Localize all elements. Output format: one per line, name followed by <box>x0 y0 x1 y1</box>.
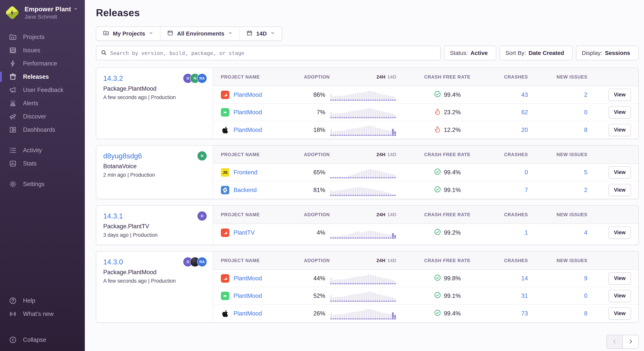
new-issues-link[interactable]: 8 <box>584 127 588 133</box>
environments-filter-dropdown[interactable]: All Environments <box>160 27 239 40</box>
new-issues-link[interactable]: 8 <box>584 310 588 317</box>
release-authors: N <box>198 151 207 161</box>
column-header-crashes: Crashes <box>490 152 528 157</box>
search-input[interactable] <box>110 50 436 56</box>
crashes-link[interactable]: 1 <box>525 229 528 236</box>
actions-cell: View <box>588 106 638 119</box>
project-link[interactable]: PlantMood <box>234 127 262 133</box>
project-link[interactable]: PlantMood <box>234 292 262 299</box>
project-link[interactable]: Frontend <box>234 169 257 176</box>
sidebar-item-discover[interactable]: Discover <box>0 110 85 123</box>
new-issues-cell: 9 <box>528 275 588 282</box>
new-issues-link[interactable]: 2 <box>584 187 588 193</box>
new-issues-link[interactable]: 5 <box>584 169 588 176</box>
release-version-link[interactable]: 14.3.1 <box>103 212 123 220</box>
release-version-link[interactable]: 14.3.2 <box>103 75 123 83</box>
check-circle-icon <box>434 291 441 300</box>
sidebar-item-activity[interactable]: Activity <box>0 144 85 157</box>
sparkline-bar <box>379 277 380 284</box>
new-issues-link[interactable]: 4 <box>584 229 588 236</box>
view-button[interactable]: View <box>608 272 631 284</box>
release-version-link[interactable]: d8yug8sdg6 <box>103 152 142 160</box>
sparkline-bar <box>350 278 352 284</box>
sidebar-item-dashboards[interactable]: Dashboards <box>0 123 85 136</box>
view-button[interactable]: View <box>608 184 631 196</box>
project-link[interactable]: PlantTV <box>234 229 255 236</box>
view-button[interactable]: View <box>608 89 631 101</box>
sidebar-item-settings[interactable]: Settings <box>0 177 85 191</box>
sidebar-item-help[interactable]: Help <box>0 294 85 307</box>
project-link[interactable]: PlantMood <box>234 310 262 317</box>
sparkline-bar <box>364 127 365 136</box>
new-issues-link[interactable]: 2 <box>584 91 588 98</box>
timeframe-14d[interactable]: 14D <box>388 212 396 217</box>
project-link[interactable]: Backend <box>234 187 257 194</box>
timeframe-14d[interactable]: 14D <box>388 74 396 80</box>
sparkline-bars <box>330 227 400 239</box>
crashes-link[interactable]: 14 <box>522 275 528 282</box>
sidebar-item-whats-new[interactable]: What's new <box>0 307 85 320</box>
crashes-link[interactable]: 73 <box>522 310 528 317</box>
view-button[interactable]: View <box>608 290 631 302</box>
crashes-link[interactable]: 31 <box>522 292 528 299</box>
crashes-cell: 31 <box>490 292 528 299</box>
view-button[interactable]: View <box>608 307 631 320</box>
timeframe-24h[interactable]: 24H <box>376 74 386 80</box>
new-issues-link[interactable]: 9 <box>584 275 588 282</box>
sidebar-item-projects[interactable]: Projects <box>0 30 85 44</box>
sparkline-bar <box>394 175 396 178</box>
crashes-link[interactable]: 62 <box>522 109 528 116</box>
new-issues-link[interactable]: 0 <box>584 292 588 299</box>
sidebar-item-releases[interactable]: Releases <box>0 70 85 83</box>
sidebar-item-performance[interactable]: Performance <box>0 57 85 70</box>
view-button[interactable]: View <box>608 106 631 119</box>
view-button[interactable]: View <box>608 227 631 239</box>
release-version-link[interactable]: 14.3.0 <box>103 258 123 266</box>
help-icon <box>9 297 17 305</box>
timeframe-14d[interactable]: 14D <box>388 152 396 157</box>
project-cell: PlantMood <box>213 108 304 117</box>
pagination-next-button[interactable] <box>622 335 639 349</box>
view-button[interactable]: View <box>608 124 631 136</box>
crashes-link[interactable]: 43 <box>522 91 528 98</box>
sparkline-bar <box>337 191 339 196</box>
sparkline-bar <box>354 93 356 101</box>
new-issues-link[interactable]: 0 <box>584 109 588 116</box>
sparkline-bar <box>379 312 380 319</box>
sidebar-item-user-feedback[interactable]: User Feedback <box>0 83 85 97</box>
view-button[interactable]: View <box>608 166 631 179</box>
sidebar-item-collapse[interactable]: Collapse <box>0 333 85 346</box>
release-info-card: d8yug8sdg6NBotanaVoice2 min ago | Produc… <box>96 146 213 199</box>
sparkline-bar <box>339 96 341 101</box>
project-link[interactable]: PlantMood <box>234 91 262 98</box>
daterange-filter-dropdown[interactable]: 14D <box>239 27 282 40</box>
crashes-link[interactable]: 7 <box>525 187 528 193</box>
sidebar-item-label: Activity <box>23 147 42 154</box>
display-dropdown[interactable]: Display:Sessions <box>576 46 639 60</box>
crashes-link[interactable]: 20 <box>522 127 528 133</box>
sparkline-bar <box>350 175 352 178</box>
sidebar-item-stats[interactable]: Stats <box>0 157 85 170</box>
timeframe-14d[interactable]: 14D <box>388 258 396 263</box>
project-link[interactable]: PlantMood <box>234 275 262 282</box>
sparkline-bar <box>383 191 385 196</box>
sparkline-bar <box>374 311 376 319</box>
timeframe-24h[interactable]: 24H <box>376 212 386 217</box>
sparkline-bar <box>330 236 332 239</box>
sparkline-bar <box>394 298 396 302</box>
sort-dropdown[interactable]: Sort By:Date Created <box>500 46 572 60</box>
timeframe-24h[interactable]: 24H <box>376 152 386 157</box>
sidebar-item-alerts[interactable]: Alerts <box>0 97 85 110</box>
timeframe-24h[interactable]: 24H <box>376 258 386 263</box>
crashes-link[interactable]: 0 <box>525 169 528 176</box>
sparkline-bar <box>348 112 350 118</box>
project-link[interactable]: PlantMood <box>234 109 262 116</box>
sparkline-bar <box>381 295 383 302</box>
projects-filter-dropdown[interactable]: My Projects <box>96 27 160 40</box>
org-switcher[interactable]: Empower Plant Jane Schmidt <box>0 0 85 20</box>
sparkline-bar <box>342 297 343 302</box>
pagination-prev-button[interactable] <box>606 335 622 349</box>
table-row: PlantMood18%12.2%208View <box>213 121 638 139</box>
status-dropdown[interactable]: Status:Active <box>444 46 496 60</box>
sidebar-item-issues[interactable]: Issues <box>0 44 85 57</box>
